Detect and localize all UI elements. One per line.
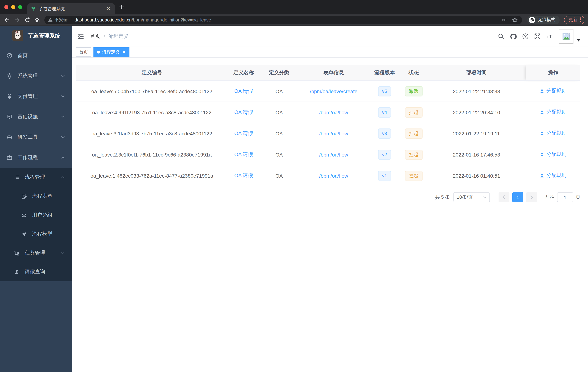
url-bar[interactable]: 不安全 dashboard.yudao.iocoder.cn/bpm/manag… <box>44 15 522 24</box>
sidebar-item-leave-query[interactable]: 请假查询 <box>0 263 72 281</box>
assign-rule-button[interactable]: 分配规则 <box>540 88 567 94</box>
sidebar-item-payment[interactable]: 支付管理 <box>0 86 72 107</box>
gear-icon <box>7 73 12 79</box>
assign-rule-button[interactable]: 分配规则 <box>540 172 567 179</box>
url-text: dashboard.yudao.iocoder.cn/bpm/manager/d… <box>74 17 211 22</box>
security-label[interactable]: 不安全 <box>54 17 68 23</box>
browser-toolbar: 不安全 dashboard.yudao.iocoder.cn/bpm/manag… <box>0 14 588 26</box>
table-row: oa_leave:4:991f2193-7b7f-11ec-a3c8-acde4… <box>76 102 580 123</box>
github-icon[interactable] <box>510 33 517 40</box>
chevron-down-icon <box>483 196 487 198</box>
tab-close-icon[interactable]: ✕ <box>105 6 111 12</box>
window-minimize-button[interactable] <box>11 5 15 9</box>
version-badge: v5 <box>378 86 391 96</box>
chevron-down-icon <box>61 95 65 98</box>
page-size-select[interactable]: 10条/页 <box>453 192 490 202</box>
table-body: oa_leave:5:004b710b-7b8a-11ec-8ef0-acde4… <box>76 81 580 186</box>
search-icon[interactable] <box>498 33 504 40</box>
sidebar-item-user-group[interactable]: 用户分组 <box>0 206 72 225</box>
definition-name-link[interactable]: OA 请假 <box>234 88 253 94</box>
definition-name-link[interactable]: OA 请假 <box>234 151 253 157</box>
goto-page-input[interactable] <box>557 192 573 202</box>
favicon-leaf-icon <box>31 6 36 11</box>
bookmark-star-icon[interactable] <box>512 17 518 23</box>
table-header-cell: 部署时间 <box>427 65 526 81</box>
form-info-link[interactable]: /bpm/oa/flow <box>319 109 348 115</box>
sidebar-item-label: 流程表单 <box>32 193 52 199</box>
definition-name-link[interactable]: OA 请假 <box>234 109 253 115</box>
status-badge: 挂起 <box>405 107 422 117</box>
paper-plane-icon <box>21 231 27 237</box>
form-info-link[interactable]: /bpm/oa/flow <box>319 131 348 136</box>
breadcrumb-current: 流程定义 <box>108 33 129 40</box>
sidebar-item-home[interactable]: 首页 <box>0 45 72 66</box>
window-zoom-button[interactable] <box>18 5 22 9</box>
chevron-down-icon <box>61 136 65 139</box>
app-logo-rabbit <box>12 30 23 41</box>
screen: 芋道管理系统 ✕ 不安全 dashboard.yudao.iocoder.cn/… <box>0 0 588 372</box>
font-size-icon[interactable]: TT <box>546 33 554 40</box>
cell-form-info: /bpm/oa/leave/create <box>298 81 369 102</box>
cell-deploy-time: 2022-01-22 21:48:38 <box>427 81 526 102</box>
definition-table: 定义编号 定义名称 定义分类 表单信息 流程版本 状态 部署时间 操作 <box>76 65 580 186</box>
forward-icon[interactable] <box>14 17 20 23</box>
cell-form-info: /bpm/oa/flow <box>298 144 369 165</box>
version-badge: v3 <box>378 128 391 139</box>
sidebar-item-process-form[interactable]: 流程表单 <box>0 187 72 206</box>
sidebar-item-task-mgmt[interactable]: 任务管理 <box>0 243 72 263</box>
app-title: 芋道管理系统 <box>28 32 60 39</box>
update-button[interactable]: 更新 <box>564 15 584 24</box>
definition-name-link[interactable]: OA 请假 <box>234 172 253 178</box>
definition-name-link[interactable]: OA 请假 <box>234 130 253 136</box>
tag-close-icon[interactable]: ✕ <box>122 50 126 54</box>
browser-tab[interactable]: 芋道管理系统 ✕ <box>27 3 115 14</box>
sidebar-item-label: 系统管理 <box>17 73 38 79</box>
cell-status: 挂起 <box>400 102 427 123</box>
cell-deploy-time: 2022-01-16 17:46:53 <box>427 144 526 165</box>
cell-operation: 分配规则 <box>526 165 580 186</box>
next-page-button[interactable] <box>526 192 537 202</box>
cell-definition-id: oa_leave:2:3c1f0ef1-76b1-11ec-9c66-a2380… <box>76 144 227 165</box>
new-tab-icon[interactable] <box>118 4 124 10</box>
window-close-button[interactable] <box>4 5 8 9</box>
prev-page-button[interactable] <box>499 192 509 202</box>
assign-rule-button[interactable]: 分配规则 <box>540 151 567 158</box>
page-unit-label: 页 <box>576 194 580 201</box>
browser-menu-icon[interactable] <box>580 17 581 22</box>
list-icon <box>14 174 20 180</box>
sidebar-item-process-model[interactable]: 流程模型 <box>0 225 72 243</box>
status-badge: 挂起 <box>405 171 422 181</box>
assign-rule-button[interactable]: 分配规则 <box>540 130 567 137</box>
breadcrumb: 首页 / 流程定义 <box>90 26 129 47</box>
tag-process-definition[interactable]: 流程定义 ✕ <box>94 47 129 57</box>
hamburger-icon[interactable] <box>77 33 84 40</box>
sidebar-item-devtools[interactable]: 研发工具 <box>0 127 72 147</box>
svg-text:T: T <box>546 35 548 39</box>
back-icon[interactable] <box>4 17 10 23</box>
form-info-link[interactable]: /bpm/oa/flow <box>319 173 348 178</box>
table-header-row: 定义编号 定义名称 定义分类 表单信息 流程版本 状态 部署时间 操作 <box>76 65 580 81</box>
sidebar-item-process-mgmt[interactable]: 流程管理 <box>0 168 72 187</box>
fullscreen-icon[interactable] <box>534 33 541 40</box>
sidebar-item-infra[interactable]: 基础设施 <box>0 107 72 127</box>
sidebar-item-system[interactable]: 系统管理 <box>0 66 72 86</box>
password-key-icon[interactable] <box>502 17 508 23</box>
sidebar-item-workflow[interactable]: 工作流程 <box>0 147 72 168</box>
form-info-link[interactable]: /bpm/oa/flow <box>319 152 348 157</box>
user-icon <box>540 110 545 115</box>
cell-deploy-time: 2022-01-16 01:40:51 <box>427 165 526 186</box>
avatar[interactable] <box>559 29 573 44</box>
home-icon[interactable] <box>34 17 40 23</box>
version-badge: v2 <box>378 149 391 160</box>
tag-home[interactable]: 首页 <box>76 47 91 57</box>
form-info-link[interactable]: /bpm/oa/leave/create <box>310 88 357 94</box>
help-icon[interactable] <box>522 33 529 40</box>
assign-rule-button[interactable]: 分配规则 <box>540 109 567 116</box>
page-number-1[interactable]: 1 <box>512 192 523 202</box>
cell-form-info: /bpm/oa/flow <box>298 102 369 123</box>
avatar-caret-icon[interactable] <box>577 39 580 42</box>
workflow-submenu: 流程管理 流程表单 用户分组 流程模型 <box>0 168 72 281</box>
breadcrumb-home[interactable]: 首页 <box>90 33 100 40</box>
cell-category: OA <box>260 81 298 102</box>
reload-icon[interactable] <box>24 17 30 23</box>
